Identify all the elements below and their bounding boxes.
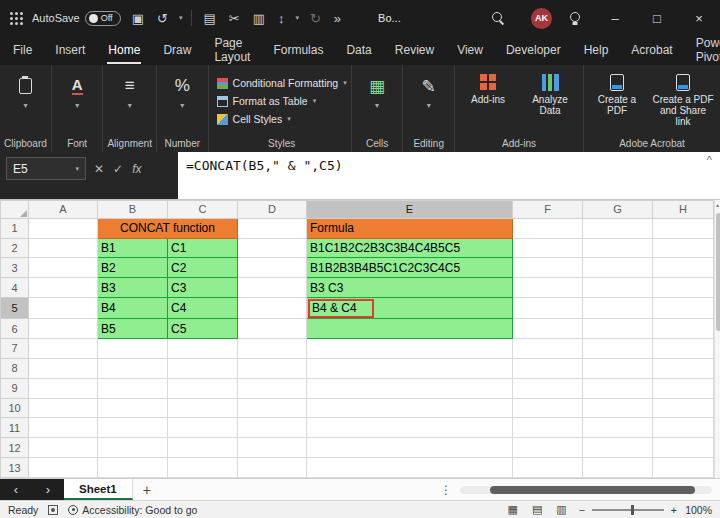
cell-H13[interactable] [653,458,714,478]
cell-G6[interactable] [583,319,653,339]
cell-E2[interactable]: B1C1B2C2B3C3B4C4B5C5 [307,238,513,258]
cell-E10[interactable] [307,398,513,418]
group-editing[interactable]: ✎ ▾ Editing [403,65,455,152]
tab-acrobat[interactable]: Acrobat [630,38,673,64]
status-mode[interactable]: Ready [8,504,38,516]
cancel-button[interactable]: ✕ [94,162,104,176]
cell-A4[interactable] [29,278,98,298]
sort-icon[interactable]: ↕ [276,11,287,26]
cell-E13[interactable] [307,458,513,478]
cell-E7[interactable] [307,338,513,358]
select-all-corner[interactable] [1,201,29,219]
tab-data[interactable]: Data [345,38,372,64]
cell-B7[interactable] [98,338,168,358]
cell-A8[interactable] [29,358,98,378]
row-header-13[interactable]: 13 [1,458,29,478]
cell-D12[interactable] [238,438,307,458]
app-launcher-icon[interactable] [10,12,23,25]
column-header-A[interactable]: A [29,201,98,219]
cell-C8[interactable] [168,358,238,378]
macro-record-icon[interactable] [48,505,58,515]
column-header-E[interactable]: E [307,201,513,219]
row-header-2[interactable]: 2 [1,238,29,258]
cell-E1[interactable]: Formula [307,218,513,238]
column-header-D[interactable]: D [238,201,307,219]
tab-view[interactable]: View [456,38,484,64]
cell-B11[interactable] [98,418,168,438]
cell-D7[interactable] [238,338,307,358]
cell-G3[interactable] [583,258,653,278]
cell-C11[interactable] [168,418,238,438]
cell-E11[interactable] [307,418,513,438]
cell-F3[interactable] [513,258,583,278]
cell-A11[interactable] [29,418,98,438]
cell-G7[interactable] [583,338,653,358]
cell-G4[interactable] [583,278,653,298]
cell-D3[interactable] [238,258,307,278]
cell-D8[interactable] [238,358,307,378]
analyze-data-button[interactable]: Analyze Data [523,74,577,116]
tab-review[interactable]: Review [394,38,435,64]
group-font[interactable]: A ▾ Font [52,65,104,152]
accessibility-status[interactable]: Accessibility: Good to go [68,504,197,516]
cell-B3[interactable]: B2 [98,258,168,278]
cell-C6[interactable]: C5 [168,319,238,339]
lightbulb-icon[interactable] [570,12,580,22]
cell-H11[interactable] [653,418,714,438]
tab-home[interactable]: Home [107,38,141,64]
tab-file[interactable]: File [12,38,33,64]
cell-G12[interactable] [583,438,653,458]
cell-B6[interactable]: B5 [98,319,168,339]
format-as-table-button[interactable]: Format as Table ▾ [217,92,317,110]
cell-B10[interactable] [98,398,168,418]
cell-G8[interactable] [583,358,653,378]
undo-dropdown-icon[interactable]: ▾ [179,14,183,22]
cell-B2[interactable]: B1 [98,238,168,258]
row-header-7[interactable]: 7 [1,338,29,358]
cell-F11[interactable] [513,418,583,438]
column-header-G[interactable]: G [583,201,653,219]
save-icon[interactable]: ▣ [130,11,146,26]
cell-H4[interactable] [653,278,714,298]
insert-function-button[interactable]: fx [132,162,141,176]
cell-H10[interactable] [653,398,714,418]
cell-F2[interactable] [513,238,583,258]
zoom-level[interactable]: 100% [684,504,712,516]
chart-icon[interactable]: ▥ [251,11,267,26]
next-sheet-icon[interactable]: › [46,482,50,497]
column-header-B[interactable]: B [98,201,168,219]
zoom-slider-thumb[interactable] [631,505,634,515]
cell-D9[interactable] [238,378,307,398]
row-header-8[interactable]: 8 [1,358,29,378]
copy-icon[interactable]: ▤ [201,11,217,26]
formula-input[interactable]: =CONCAT(B5," & ",C5) [178,152,720,199]
horizontal-scrollbar-thumb[interactable] [490,486,695,494]
cell-G5[interactable] [583,298,653,319]
row-header-4[interactable]: 4 [1,278,29,298]
row-header-12[interactable]: 12 [1,438,29,458]
cell-H9[interactable] [653,378,714,398]
cell-D10[interactable] [238,398,307,418]
cell-C10[interactable] [168,398,238,418]
name-box[interactable]: E5 ▾ [6,157,86,180]
cell-styles-button[interactable]: Cell Styles ▾ [217,110,291,128]
normal-view-icon[interactable]: ▦ [506,503,520,516]
cut-icon[interactable]: ✂ [227,11,242,26]
cell-F5[interactable] [513,298,583,319]
cell-F7[interactable] [513,338,583,358]
cell-D2[interactable] [238,238,307,258]
cell-C4[interactable]: C3 [168,278,238,298]
cell-H8[interactable] [653,358,714,378]
cell-G13[interactable] [583,458,653,478]
cell-H1[interactable] [653,218,714,238]
group-alignment[interactable]: ≡ ▾ Alignment [103,65,156,152]
row-header-9[interactable]: 9 [1,378,29,398]
page-layout-view-icon[interactable]: ▤ [530,503,544,516]
cell-A12[interactable] [29,438,98,458]
cell-A7[interactable] [29,338,98,358]
redo-icon[interactable]: ↻ [308,11,323,26]
addins-button[interactable]: Add-ins [461,74,515,116]
sort-dropdown-icon[interactable]: ▾ [295,14,299,22]
cell-C12[interactable] [168,438,238,458]
account-avatar[interactable]: AK [531,8,552,29]
